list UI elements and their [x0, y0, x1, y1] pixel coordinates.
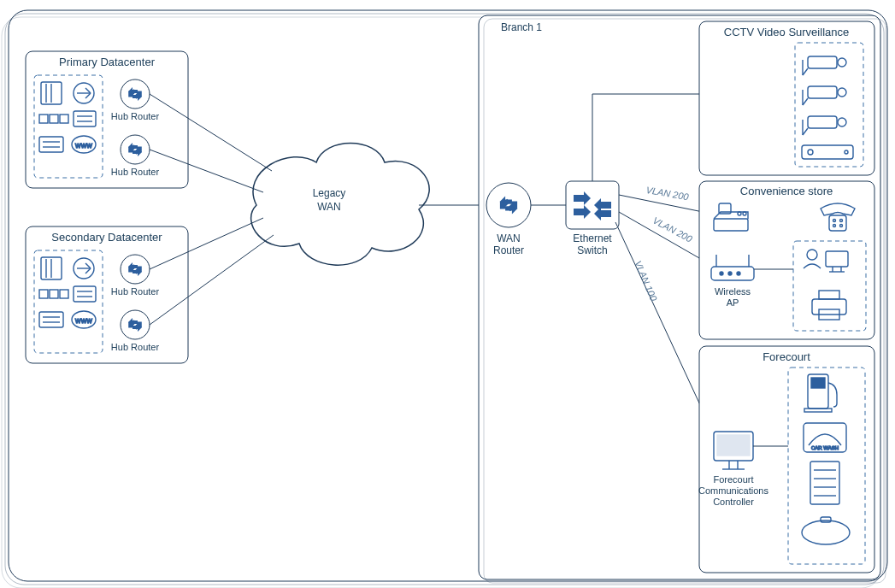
network-diagram: Primary Datacenter WWW Hub Router Hub Ro…: [0, 0, 895, 588]
secondary-dc-title: Secondary Datacenter: [51, 231, 162, 244]
legacy-wan-label-2: WAN: [317, 201, 341, 213]
primary-dc-title: Primary Datacenter: [59, 56, 156, 68]
store-title: Convenience store: [740, 185, 833, 197]
convenience-store-box: Convenience store Wireless AP: [699, 181, 874, 339]
ap-label-2: AP: [727, 297, 739, 308]
svg-text:CAR WASH: CAR WASH: [811, 445, 839, 450]
wan-router-icon: [486, 183, 531, 227]
switch-label-1: Ethernet: [573, 232, 612, 244]
svg-point-91: [728, 272, 732, 275]
primary-hub1-label: Hub Router: [111, 111, 160, 121]
svg-point-46: [121, 310, 150, 339]
primary-datacenter: Primary Datacenter WWW Hub Router Hub Ro…: [26, 51, 188, 188]
cctv-title: CCTV Video Surveillance: [724, 26, 849, 38]
switch-label-2: Switch: [577, 244, 607, 256]
secondary-hub2-label: Hub Router: [111, 342, 160, 352]
cctv-box: CCTV Video Surveillance: [699, 21, 874, 175]
svg-point-92: [737, 272, 740, 275]
svg-rect-103: [699, 346, 874, 573]
forecourt-title: Forecourt: [763, 350, 810, 363]
wan-router-label-2: Router: [493, 244, 524, 256]
branch-title: Branch 1: [501, 21, 542, 33]
forecourt-box: Forecourt Forecourt Communications Contr…: [698, 346, 874, 573]
fcc-label-2: Communications: [698, 485, 768, 496]
secondary-datacenter: Secondary Datacenter WWW Hub Router Hub …: [26, 226, 188, 363]
ethernet-switch-icon: [566, 181, 619, 229]
svg-point-24: [121, 135, 150, 164]
svg-text:WWW: WWW: [75, 143, 92, 149]
fcc-label-3: Controller: [713, 497, 754, 507]
legacy-wan-label-1: Legacy: [313, 187, 346, 199]
svg-text:WWW: WWW: [75, 318, 92, 324]
svg-rect-105: [717, 435, 750, 456]
fcc-label-1: Forecourt: [713, 474, 753, 485]
svg-rect-112: [811, 378, 825, 388]
wan-router-label-1: WAN: [497, 232, 521, 244]
ap-label-1: Wireless: [715, 286, 751, 297]
primary-hub2-label: Hub Router: [111, 167, 160, 177]
svg-point-23: [121, 79, 150, 109]
legacy-wan-cloud: Legacy WAN: [251, 144, 430, 266]
secondary-hub1-label: Hub Router: [111, 286, 160, 297]
svg-point-45: [121, 255, 150, 284]
svg-point-90: [720, 272, 723, 275]
